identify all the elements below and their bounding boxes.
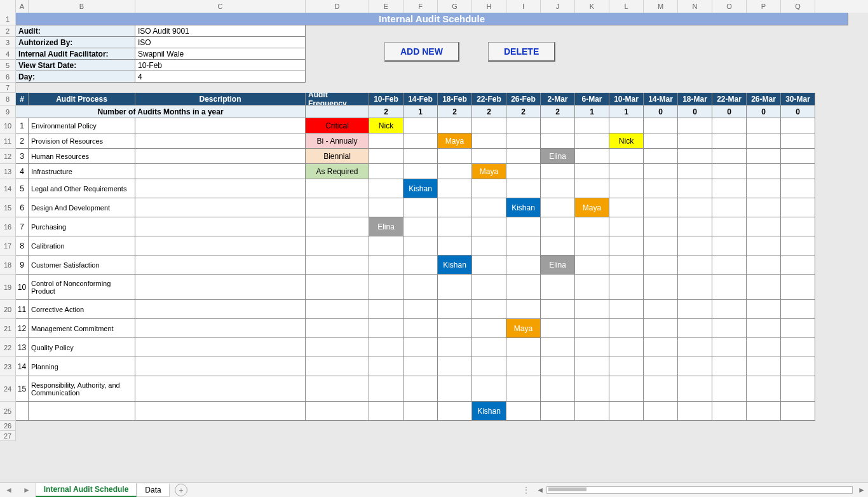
- schedule-cell[interactable]: [609, 164, 644, 179]
- schedule-cell[interactable]: [541, 236, 575, 255]
- schedule-cell[interactable]: [712, 255, 747, 275]
- schedule-cell[interactable]: [609, 217, 644, 236]
- schedule-cell[interactable]: [644, 357, 678, 376]
- schedule-cell[interactable]: [575, 164, 609, 179]
- schedule-cell[interactable]: [438, 198, 472, 217]
- audit-frequency[interactable]: Biennial: [306, 149, 369, 164]
- audit-frequency[interactable]: [306, 376, 369, 402]
- schedule-cell[interactable]: [575, 255, 609, 275]
- col-B[interactable]: B: [29, 0, 135, 13]
- row-index[interactable]: 11: [16, 300, 29, 319]
- description[interactable]: [135, 319, 306, 338]
- col-M[interactable]: M: [644, 0, 678, 13]
- row-index[interactable]: 8: [16, 236, 29, 255]
- schedule-cell[interactable]: [506, 402, 541, 421]
- schedule-cell[interactable]: [747, 198, 781, 217]
- schedule-cell[interactable]: [369, 236, 403, 255]
- schedule-cell[interactable]: [712, 164, 747, 179]
- description[interactable]: [135, 357, 306, 376]
- description[interactable]: [135, 198, 306, 217]
- row-index[interactable]: 12: [16, 319, 29, 338]
- audit-process[interactable]: Human Resources: [29, 149, 135, 164]
- schedule-cell[interactable]: [506, 149, 541, 164]
- schedule-cell[interactable]: [506, 133, 541, 149]
- schedule-cell[interactable]: [747, 357, 781, 376]
- schedule-cell[interactable]: [712, 376, 747, 402]
- view-start-value[interactable]: 10-Feb: [135, 60, 306, 71]
- schedule-cell[interactable]: [781, 133, 815, 149]
- schedule-cell[interactable]: [472, 236, 506, 255]
- schedule-cell[interactable]: [472, 338, 506, 357]
- schedule-cell[interactable]: [712, 236, 747, 255]
- row-num[interactable]: 8: [0, 93, 16, 106]
- schedule-cell[interactable]: [644, 198, 678, 217]
- schedule-cell[interactable]: [541, 357, 575, 376]
- schedule-cell[interactable]: [747, 236, 781, 255]
- schedule-cell[interactable]: [781, 275, 815, 300]
- schedule-cell[interactable]: [472, 255, 506, 275]
- schedule-cell[interactable]: Maya: [438, 133, 472, 149]
- description[interactable]: [135, 402, 306, 421]
- row-num[interactable]: 15: [0, 198, 16, 217]
- audit-value[interactable]: ISO Audit 9001: [135, 25, 306, 37]
- schedule-cell[interactable]: [712, 198, 747, 217]
- schedule-cell[interactable]: [712, 149, 747, 164]
- audit-process[interactable]: Infrastructure: [29, 164, 135, 179]
- schedule-cell[interactable]: [369, 149, 403, 164]
- schedule-cell[interactable]: [747, 118, 781, 133]
- audit-process[interactable]: [29, 402, 135, 421]
- schedule-cell[interactable]: [712, 275, 747, 300]
- row-index[interactable]: [16, 402, 29, 421]
- schedule-cell[interactable]: [472, 198, 506, 217]
- schedule-cell[interactable]: [644, 149, 678, 164]
- schedule-cell[interactable]: [506, 179, 541, 198]
- hscroll-left-icon[interactable]: ◄: [534, 486, 546, 494]
- schedule-cell[interactable]: [747, 179, 781, 198]
- schedule-cell[interactable]: [781, 149, 815, 164]
- audit-frequency[interactable]: [306, 179, 369, 198]
- row-index[interactable]: 1: [16, 118, 29, 133]
- schedule-cell[interactable]: [506, 255, 541, 275]
- audit-frequency[interactable]: [306, 402, 369, 421]
- tab-internal-audit-schedule[interactable]: Internal Audit Schedule: [36, 483, 137, 497]
- schedule-cell[interactable]: Elina: [541, 149, 575, 164]
- row-index[interactable]: 3: [16, 149, 29, 164]
- row-num[interactable]: 20: [0, 300, 16, 319]
- schedule-cell[interactable]: [781, 236, 815, 255]
- schedule-cell[interactable]: [438, 236, 472, 255]
- schedule-cell[interactable]: [403, 217, 438, 236]
- schedule-cell[interactable]: Kishan: [438, 255, 472, 275]
- schedule-cell[interactable]: [712, 179, 747, 198]
- schedule-cell[interactable]: [678, 319, 712, 338]
- schedule-cell[interactable]: [644, 275, 678, 300]
- audit-process[interactable]: Planning: [29, 357, 135, 376]
- tab-data[interactable]: Data: [137, 484, 169, 497]
- audit-frequency[interactable]: [306, 300, 369, 319]
- schedule-cell[interactable]: [712, 133, 747, 149]
- row-num[interactable]: 18: [0, 255, 16, 275]
- schedule-cell[interactable]: [644, 255, 678, 275]
- description[interactable]: [135, 118, 306, 133]
- add-sheet-button[interactable]: ＋: [175, 484, 187, 496]
- schedule-cell[interactable]: [781, 255, 815, 275]
- col-Q[interactable]: Q: [781, 0, 815, 13]
- description[interactable]: [135, 164, 306, 179]
- schedule-cell[interactable]: [472, 133, 506, 149]
- schedule-cell[interactable]: Nick: [369, 118, 403, 133]
- schedule-cell[interactable]: [678, 217, 712, 236]
- schedule-cell[interactable]: [541, 133, 575, 149]
- row-num[interactable]: 19: [0, 275, 16, 300]
- sheet-nav-prev-icon[interactable]: ◄: [0, 486, 18, 494]
- row-index[interactable]: 2: [16, 133, 29, 149]
- row-num[interactable]: 4: [0, 48, 16, 60]
- row-num[interactable]: 22: [0, 338, 16, 357]
- schedule-cell[interactable]: [369, 179, 403, 198]
- schedule-cell[interactable]: [403, 275, 438, 300]
- schedule-cell[interactable]: [678, 118, 712, 133]
- audit-frequency[interactable]: [306, 338, 369, 357]
- schedule-cell[interactable]: [609, 179, 644, 198]
- audit-process[interactable]: Control of Nonconforming Product: [29, 275, 135, 300]
- schedule-cell[interactable]: [506, 357, 541, 376]
- schedule-cell[interactable]: [781, 338, 815, 357]
- schedule-cell[interactable]: [644, 179, 678, 198]
